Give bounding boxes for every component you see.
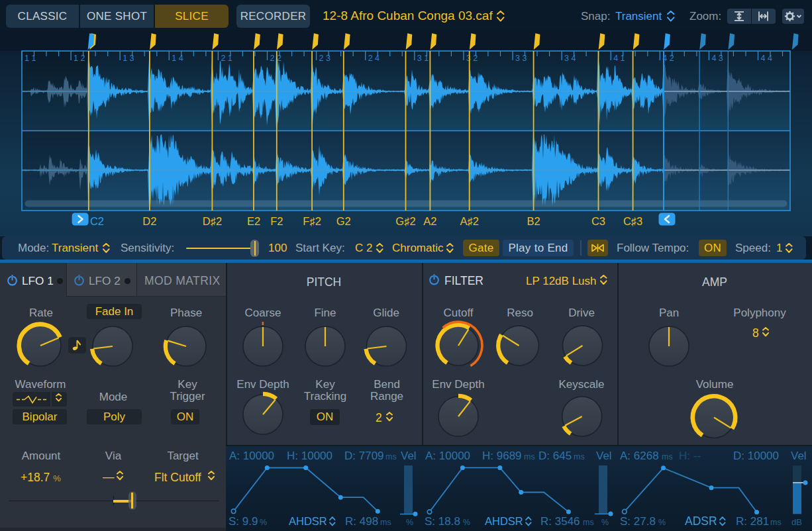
svg-text:%: % (260, 518, 267, 527)
svg-text:D2: D2 (142, 215, 156, 227)
svg-text:C3: C3 (591, 215, 605, 227)
svg-text:C♯3: C♯3 (623, 215, 642, 227)
svg-text:R: 498: R: 498 (345, 515, 378, 528)
svg-text:ms: ms (380, 518, 391, 527)
svg-text:%: % (406, 518, 413, 527)
svg-text:G2: G2 (336, 215, 351, 227)
svg-text:C2: C2 (90, 215, 104, 227)
svg-text:H: --: H: -- (679, 450, 701, 462)
svg-text:F♯2: F♯2 (303, 215, 321, 227)
svg-text:D: 7709: D: 7709 (344, 450, 384, 462)
svg-text:ms: ms (385, 452, 397, 461)
svg-text:R: 281: R: 281 (736, 515, 769, 528)
svg-text:Vel: Vel (596, 450, 612, 462)
svg-text:F2: F2 (270, 215, 283, 227)
svg-text:ms: ms (524, 452, 535, 461)
svg-text:A: 10000: A: 10000 (425, 450, 470, 462)
svg-text:A: 10000: A: 10000 (229, 450, 274, 462)
svg-text:ADSR: ADSR (685, 514, 717, 528)
svg-text:R: 3546: R: 3546 (540, 515, 580, 528)
svg-text:D: 10000: D: 10000 (733, 450, 779, 462)
svg-text:%: % (463, 518, 470, 527)
svg-text:Vel: Vel (791, 450, 807, 462)
svg-text:ms: ms (770, 518, 782, 527)
svg-text:ms: ms (574, 452, 585, 461)
svg-text:A♯2: A♯2 (460, 215, 478, 227)
svg-text:H: 9689: H: 9689 (482, 450, 522, 462)
svg-text:A: 6268: A: 6268 (620, 450, 659, 462)
svg-text:%: % (601, 518, 609, 527)
svg-text:E2: E2 (247, 215, 260, 227)
svg-text:D: 645: D: 645 (538, 450, 572, 462)
svg-text:AHDSR: AHDSR (485, 515, 523, 527)
svg-text:ms: ms (583, 518, 594, 527)
svg-text:Vel: Vel (401, 450, 417, 462)
svg-text:ms: ms (662, 452, 673, 461)
svg-text:D♯2: D♯2 (203, 215, 222, 227)
svg-text:H: 10000: H: 10000 (287, 450, 332, 462)
svg-text:dB: dB (791, 517, 802, 527)
svg-text:S: 27.8: S: 27.8 (620, 515, 656, 528)
svg-text:A2: A2 (423, 215, 436, 227)
svg-text:S: 18.8: S: 18.8 (425, 515, 460, 528)
svg-text:%: % (658, 518, 666, 527)
svg-text:G♯2: G♯2 (395, 215, 415, 227)
svg-text:S: 9.9: S: 9.9 (228, 515, 258, 528)
svg-text:B2: B2 (527, 215, 540, 227)
svg-text:AHDSR: AHDSR (289, 515, 327, 527)
